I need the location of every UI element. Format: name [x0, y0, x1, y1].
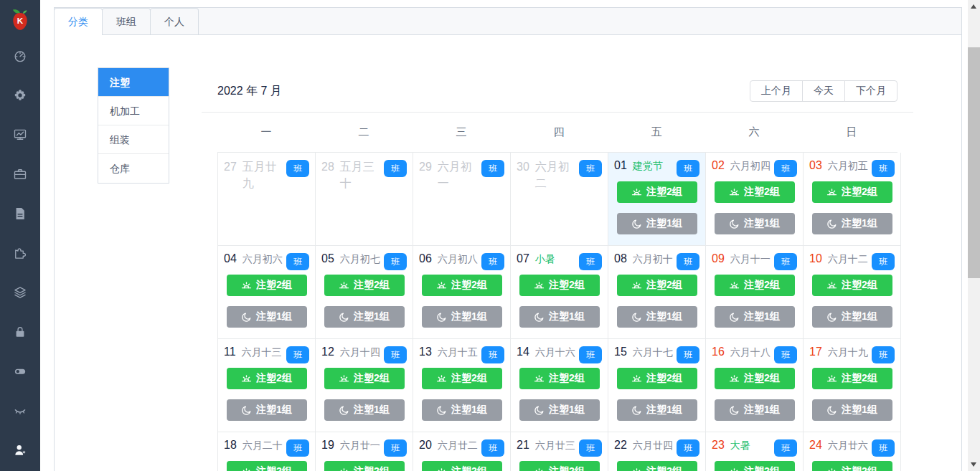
day-shift-button[interactable]: 注塑2组: [812, 181, 892, 203]
day-shift-button[interactable]: 注塑2组: [324, 275, 405, 296]
calendar-day-cell[interactable]: 08 六月初十 班 注塑2组 注塑1组: [608, 246, 706, 339]
day-shift-button[interactable]: 注塑2组: [227, 461, 307, 471]
tab-category[interactable]: 分类: [54, 8, 103, 35]
night-shift-button[interactable]: 注塑1组: [812, 306, 892, 328]
day-shift-button[interactable]: 注塑2组: [617, 368, 697, 389]
document-icon[interactable]: [13, 206, 27, 221]
day-shift-button[interactable]: 注塑2组: [812, 275, 892, 296]
calendar-day-cell[interactable]: 13 六月十五 班 注塑2组 注塑1组: [413, 339, 511, 432]
night-shift-button[interactable]: 注塑1组: [422, 399, 502, 421]
shift-badge[interactable]: 班: [481, 160, 504, 177]
day-shift-button[interactable]: 注塑2组: [227, 275, 307, 296]
calendar-day-cell[interactable]: 14 六月十六 班 注塑2组 注塑1组: [511, 339, 608, 432]
shift-badge[interactable]: 班: [872, 439, 895, 457]
scrollbar-thumb[interactable]: [968, 47, 980, 278]
shift-badge[interactable]: 班: [286, 346, 309, 363]
dashboard-icon[interactable]: [13, 49, 27, 63]
prev-month-button[interactable]: 上个月: [750, 80, 803, 102]
calendar-day-cell[interactable]: 19 六月廿一 班 注塑2组 注塑1组: [316, 432, 413, 471]
calendar-day-cell[interactable]: 06 六月初八 班 注塑2组 注塑1组: [413, 246, 511, 339]
tab-personal[interactable]: 个人: [150, 8, 199, 35]
day-shift-button[interactable]: 注塑2组: [617, 461, 697, 471]
today-button[interactable]: 今天: [802, 80, 845, 102]
calendar-day-cell[interactable]: 05 六月初七 班 注塑2组 注塑1组: [316, 246, 413, 339]
night-shift-button[interactable]: 注塑1组: [617, 306, 697, 328]
day-shift-button[interactable]: 注塑2组: [422, 275, 502, 296]
day-shift-button[interactable]: 注塑2组: [812, 461, 892, 471]
day-shift-button[interactable]: 注塑2组: [715, 368, 795, 389]
shift-badge[interactable]: 班: [677, 253, 699, 270]
calendar-day-cell[interactable]: 23 大暑 班 注塑2组 注塑1组: [706, 432, 804, 471]
calendar-day-cell[interactable]: 20 六月廿二 班 注塑2组 注塑1组: [413, 432, 511, 471]
shift-badge[interactable]: 班: [774, 160, 797, 177]
calendar-day-cell[interactable]: 27 五月廿九 班: [218, 153, 316, 246]
shift-badge[interactable]: 班: [774, 346, 797, 363]
category-assembly[interactable]: 组装: [98, 125, 169, 154]
shift-badge[interactable]: 班: [677, 439, 699, 457]
calendar-day-cell[interactable]: 09 六月十一 班 注塑2组 注塑1组: [706, 246, 804, 339]
layers-icon[interactable]: [13, 285, 27, 300]
night-shift-button[interactable]: 注塑1组: [324, 399, 405, 421]
day-shift-button[interactable]: 注塑2组: [617, 275, 697, 296]
day-shift-button[interactable]: 注塑2组: [422, 461, 502, 471]
next-month-button[interactable]: 下个月: [844, 80, 897, 102]
shift-badge[interactable]: 班: [774, 253, 797, 270]
category-warehouse[interactable]: 仓库: [98, 154, 169, 183]
shift-badge[interactable]: 班: [384, 439, 407, 457]
calendar-day-cell[interactable]: 17 六月十九 班 注塑2组 注塑1组: [804, 339, 901, 432]
calendar-day-cell[interactable]: 21 六月廿三 班 注塑2组 注塑1组: [511, 432, 608, 471]
category-machining[interactable]: 机加工: [98, 97, 169, 125]
night-shift-button[interactable]: 注塑1组: [519, 306, 600, 328]
calendar-day-cell[interactable]: 03 六月初五 班 注塑2组 注塑1组: [804, 153, 901, 246]
monitor-chart-icon[interactable]: [13, 128, 27, 142]
shift-badge[interactable]: 班: [481, 253, 504, 270]
day-shift-button[interactable]: 注塑2组: [227, 368, 307, 389]
calendar-day-cell[interactable]: 24 六月廿六 班 注塑2组 注塑1组: [804, 432, 901, 471]
day-shift-button[interactable]: 注塑2组: [715, 275, 795, 296]
shift-badge[interactable]: 班: [481, 346, 504, 363]
scroll-up-icon[interactable]: [971, 4, 976, 9]
shift-badge[interactable]: 班: [384, 160, 407, 177]
calendar-day-cell[interactable]: 07 小暑 班 注塑2组 注塑1组: [511, 246, 608, 339]
shift-badge[interactable]: 班: [286, 439, 309, 457]
calendar-day-cell[interactable]: 16 六月十八 班 注塑2组 注塑1组: [706, 339, 804, 432]
tab-group[interactable]: 班组: [102, 8, 151, 35]
briefcase-icon[interactable]: [13, 167, 27, 181]
day-shift-button[interactable]: 注塑2组: [422, 368, 502, 389]
shift-badge[interactable]: 班: [481, 439, 504, 457]
calendar-day-cell[interactable]: 12 六月十四 班 注塑2组 注塑1组: [316, 339, 413, 432]
night-shift-button[interactable]: 注塑1组: [617, 213, 697, 234]
scroll-down-icon[interactable]: [971, 462, 976, 467]
night-shift-button[interactable]: 注塑1组: [812, 213, 892, 234]
shift-badge[interactable]: 班: [774, 439, 797, 457]
night-shift-button[interactable]: 注塑1组: [227, 306, 307, 328]
shift-badge[interactable]: 班: [579, 253, 602, 270]
calendar-day-cell[interactable]: 22 六月廿四 班 注塑2组 注塑1组: [608, 432, 706, 471]
night-shift-button[interactable]: 注塑1组: [422, 306, 502, 328]
night-shift-button[interactable]: 注塑1组: [519, 399, 600, 421]
calendar-day-cell[interactable]: 01 建党节 班 注塑2组 注塑1组: [608, 153, 706, 246]
shift-badge[interactable]: 班: [384, 253, 407, 270]
day-shift-button[interactable]: 注塑2组: [324, 368, 405, 389]
vertical-scrollbar[interactable]: [968, 0, 980, 471]
day-shift-button[interactable]: 注塑2组: [617, 181, 697, 203]
night-shift-button[interactable]: 注塑1组: [617, 399, 697, 421]
day-shift-button[interactable]: 注塑2组: [715, 181, 795, 203]
shift-badge[interactable]: 班: [286, 253, 309, 270]
calendar-day-cell[interactable]: 02 六月初四 班 注塑2组 注塑1组: [706, 153, 804, 246]
shift-badge[interactable]: 班: [677, 346, 699, 363]
shift-badge[interactable]: 班: [579, 160, 602, 177]
puzzle-icon[interactable]: [13, 246, 27, 260]
calendar-day-cell[interactable]: 15 六月十七 班 注塑2组 注塑1组: [608, 339, 706, 432]
calendar-day-cell[interactable]: 18 六月二十 班 注塑2组 注塑1组: [218, 432, 316, 471]
calendar-day-cell[interactable]: 29 六月初一 班: [413, 153, 511, 246]
day-shift-button[interactable]: 注塑2组: [324, 461, 405, 471]
day-shift-button[interactable]: 注塑2组: [715, 461, 795, 471]
shift-badge[interactable]: 班: [872, 253, 895, 270]
calendar-day-cell[interactable]: 30 六月初二 班: [511, 153, 608, 246]
night-shift-button[interactable]: 注塑1组: [715, 399, 795, 421]
app-logo[interactable]: K: [0, 0, 40, 40]
shift-badge[interactable]: 班: [872, 160, 895, 177]
eye-closed-icon[interactable]: [13, 404, 27, 418]
lock-icon[interactable]: [13, 325, 27, 339]
